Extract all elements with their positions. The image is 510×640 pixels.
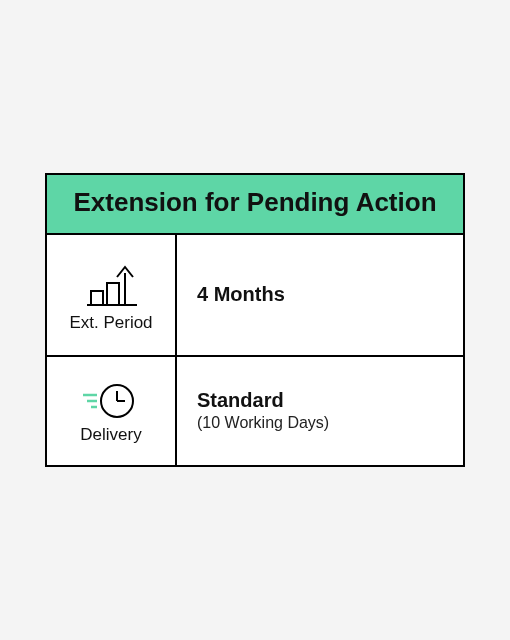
row-delivery: Delivery Standard (10 Working Days) [47, 355, 463, 465]
chart-up-icon [81, 261, 141, 309]
clock-speed-icon [79, 381, 143, 421]
extension-card: Extension for Pending Action Ext. Period… [45, 173, 465, 466]
card-header: Extension for Pending Action [47, 175, 463, 234]
card-title: Extension for Pending Action [57, 187, 453, 218]
ext-period-value-cell: 4 Months [177, 235, 463, 355]
ext-period-label: Ext. Period [69, 313, 152, 333]
ext-period-icon-cell: Ext. Period [47, 235, 177, 355]
svg-rect-1 [91, 291, 103, 305]
delivery-value-cell: Standard (10 Working Days) [177, 357, 463, 465]
row-ext-period: Ext. Period 4 Months [47, 235, 463, 355]
delivery-icon-cell: Delivery [47, 357, 177, 465]
ext-period-value: 4 Months [197, 283, 443, 306]
svg-rect-2 [107, 283, 119, 305]
delivery-label: Delivery [80, 425, 141, 445]
delivery-value: Standard [197, 389, 443, 412]
delivery-subvalue: (10 Working Days) [197, 414, 443, 432]
